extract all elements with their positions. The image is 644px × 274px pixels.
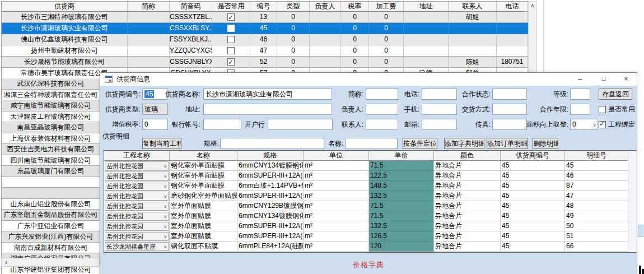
common-checkbox[interactable]: [227, 47, 235, 54]
column-header-type[interactable]: 类型: [277, 2, 310, 12]
grid-header-project[interactable]: 工程名称: [104, 151, 170, 161]
grid-header-color[interactable]: 颜色: [434, 151, 501, 161]
chevron-down-icon[interactable]: [164, 202, 167, 211]
column-header-no[interactable]: 编号: [250, 2, 277, 12]
project-combobox[interactable]: 岳州北控花园: [105, 192, 169, 201]
bank-field[interactable]: [268, 119, 333, 130]
column-header-fee[interactable]: 加工费: [369, 2, 404, 12]
supplier-table-row[interactable]: 佛山市亿鑫玻璃科技有限公司 FSSYXBLKJ... 46 0 0 0: [2, 34, 529, 45]
detail-grid-row[interactable]: 岳州北控花园 室外单面贴膜 6mmCNY134镀膜钢化 m² 71.5 异地合片…: [104, 211, 628, 221]
delete-detail-button[interactable]: 删除明细: [533, 138, 558, 149]
supplier-list-item[interactable]: 广东兴发铝业(江西)有限公司: [2, 231, 100, 243]
supplier-list-item[interactable]: [2, 177, 100, 188]
add-order-detail-button[interactable]: 添加订单明细: [487, 138, 528, 149]
supplier-table-row[interactable]: 长沙市潇湘玻璃实业有限公司 CSSXXBLSY... 45 0 0 0: [2, 23, 529, 34]
chevron-down-icon[interactable]: [164, 232, 167, 241]
detail-grid-row[interactable]: 岳州北控花园 室外单面贴膜 6mmSUPER-III+12A(硅... m² 1…: [104, 231, 628, 242]
copy-project-button[interactable]: 复制当前工程: [142, 138, 181, 149]
supplier-list-item[interactable]: 湖南百成新材料有限公司: [2, 243, 100, 254]
spec-filter-input[interactable]: [220, 138, 324, 149]
column-header-common[interactable]: 是否常用: [212, 2, 250, 12]
supplier-list-item[interactable]: 广东坚朗五金制品股份有限公司: [2, 210, 100, 221]
supplier-list-item[interactable]: 咸宁南玻节能玻璃有限公司: [2, 100, 100, 112]
supplier-list-item[interactable]: 山东南山铝业股份有限公司: [2, 199, 100, 210]
column-header-tax[interactable]: 税率: [341, 2, 369, 12]
common-checkbox[interactable]: [227, 25, 235, 32]
chevron-down-icon[interactable]: [592, 119, 596, 130]
chevron-down-icon[interactable]: [164, 182, 167, 191]
detail-grid-row[interactable]: 岳州北控花园 室外单面贴膜 6mmCNY129B镀膜钢化 m² 71.5 异地合…: [104, 201, 628, 211]
grid-header-unit[interactable]: 单位: [304, 151, 369, 161]
chevron-down-icon[interactable]: [164, 222, 167, 231]
dialog-titlebar[interactable]: 供货商信息 – □ ×: [100, 73, 637, 86]
name-filter-input[interactable]: [345, 138, 398, 149]
round-up-dropdown[interactable]: 0: [570, 119, 598, 130]
supplier-table-row[interactable]: 长沙晟格节能玻璃有限公司 CSSGJNBLYXGS 52 0 0 0 陈姐 18…: [2, 57, 529, 68]
supplier-list-item[interactable]: 四川南玻节能玻璃有限公司: [2, 155, 100, 166]
project-combobox[interactable]: 岳州北控花园: [105, 161, 169, 170]
grade-field[interactable]: [570, 89, 590, 100]
detail-grid-row[interactable]: 岳州北控花园 钢化室外单面贴膜 6mm白玻+1.14PVB+6mm... m² …: [104, 181, 628, 191]
chevron-down-icon[interactable]: [164, 212, 167, 221]
supplier-table-row[interactable]: 长沙市三湘特种玻璃有限公司 CSSSXTZBL... 13 0 0 0 胡姐: [2, 12, 529, 23]
grid-header-detail-no[interactable]: 明细号: [565, 151, 628, 161]
save-return-button[interactable]: 存盘返回: [599, 89, 632, 100]
supplier-table-row[interactable]: 扬州中勤建材有限公司 YZZQJCYXGS 47 0 0 0: [2, 45, 529, 57]
project-combobox[interactable]: 岳州北控花园: [105, 182, 169, 191]
project-combobox[interactable]: 岳州北控花园: [105, 202, 169, 211]
project-bind-option[interactable]: 工程绑定: [599, 119, 635, 130]
column-header-address[interactable]: 地址: [404, 2, 449, 12]
bank-no-field[interactable]: [203, 119, 241, 130]
table-vertical-scrollbar[interactable]: [528, 1, 537, 72]
supplier-list-item[interactable]: 南昌亚晶玻璃有限公司: [2, 122, 100, 133]
chevron-down-icon[interactable]: [164, 161, 167, 170]
supplier-list-item[interactable]: 武汉亿深科技有限公司: [2, 78, 100, 90]
supplier-list-item[interactable]: 西安佳吉美电力科技有限公司: [2, 144, 100, 155]
column-header-contact[interactable]: 联系人: [449, 2, 497, 12]
common-use-checkbox[interactable]: [599, 106, 606, 113]
project-combobox[interactable]: 岳州北控花园: [105, 212, 169, 221]
detail-grid-row[interactable]: 岳州北控花园 钢化室外单面贴膜 6mmSUPER-III+12A(硅... m²…: [104, 171, 628, 181]
coop-years-field[interactable]: [570, 104, 590, 115]
add-dict-detail-button[interactable]: 添加字典明细: [444, 138, 484, 149]
detail-grid-row[interactable]: 岳州北控花园 磨砂钢化室外单面贴膜 6mmSUPER-III+12A(硅... …: [104, 191, 628, 201]
supplier-list-item[interactable]: [2, 188, 100, 199]
common-use-option[interactable]: 是否常用: [599, 104, 635, 115]
chevron-down-icon[interactable]: [164, 242, 167, 251]
supplier-list-item[interactable]: 天津耀皮工程玻璃有限公司: [2, 112, 100, 123]
chevron-down-icon[interactable]: [164, 171, 167, 180]
detail-grid-row[interactable]: 长沙龙湖祺鑫星座 钢化双面不贴膜 6mmPLE84+12A(硅酮胶... m² …: [104, 242, 628, 252]
column-header-code[interactable]: 简音码: [170, 2, 212, 12]
grid-vertical-scrollbar[interactable]: [628, 151, 637, 252]
common-checkbox[interactable]: [227, 13, 235, 21]
maximize-button[interactable]: □: [592, 73, 615, 86]
scroll-up-icon[interactable]: [529, 2, 536, 10]
supplier-list-item[interactable]: 广东中亚铝业有限公司: [2, 221, 100, 232]
list-horizontal-scrollbar[interactable]: [1, 258, 100, 267]
supplier-name-field[interactable]: 长沙市潇湘玻璃实业有限公司: [203, 89, 332, 100]
detail-grid-row[interactable]: 岳州北控花园 钢化室外单面贴膜 6mmCNY134镀膜钢化 m² 71.5 异地…: [104, 161, 628, 171]
common-checkbox[interactable]: [227, 58, 235, 66]
grid-header-price[interactable]: 单价: [369, 151, 434, 161]
locate-button[interactable]: 按条件定位: [403, 138, 437, 149]
column-header-abbr[interactable]: 简称: [128, 2, 170, 12]
column-header-phone[interactable]: 电话: [497, 2, 528, 12]
common-checkbox[interactable]: [227, 36, 235, 43]
grid-header-spec[interactable]: 规格: [237, 151, 304, 161]
project-combobox[interactable]: 长沙龙湖祺鑫星座: [105, 242, 169, 251]
grid-header-name[interactable]: 名称: [170, 151, 237, 161]
project-combobox[interactable]: 岳州北控花园: [105, 232, 169, 241]
background-scrollbar-thumb[interactable]: [638, 225, 643, 237]
address-field[interactable]: [203, 104, 332, 115]
supplier-list-item[interactable]: 上海优泰装饰材料有限公司: [2, 133, 100, 145]
minimize-button[interactable]: –: [568, 73, 592, 86]
grid-header-supplier-no[interactable]: 供货商编号: [501, 151, 565, 161]
supplier-list-item[interactable]: 东晶玻璃厦门有限公司: [2, 166, 100, 177]
project-combobox[interactable]: 岳州北控花园: [105, 171, 169, 180]
project-combobox[interactable]: 岳州北控花园: [105, 222, 169, 231]
coop-status-field[interactable]: [492, 89, 527, 100]
column-header-manager[interactable]: 负责人: [310, 2, 341, 12]
chevron-down-icon[interactable]: [164, 192, 167, 201]
close-button[interactable]: ×: [615, 73, 637, 86]
supplier-list-item[interactable]: 湘潭三金特种玻璃有限责任公司: [2, 90, 100, 101]
